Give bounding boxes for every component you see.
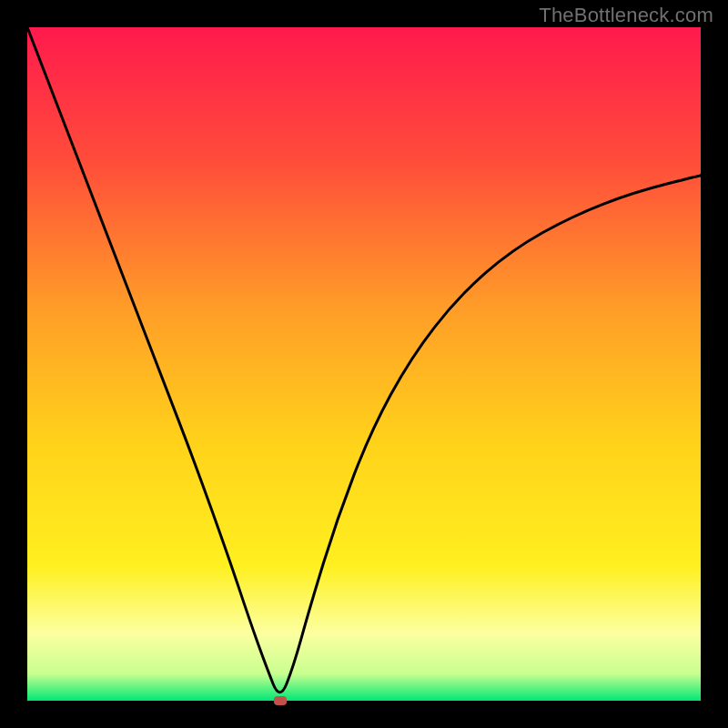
optimum-marker-icon [274, 696, 287, 705]
bottleneck-curve [27, 27, 701, 701]
plot-area [27, 27, 701, 701]
watermark-text: TheBottleneck.com [539, 4, 713, 27]
chart-frame: TheBottleneck.com [0, 0, 728, 728]
